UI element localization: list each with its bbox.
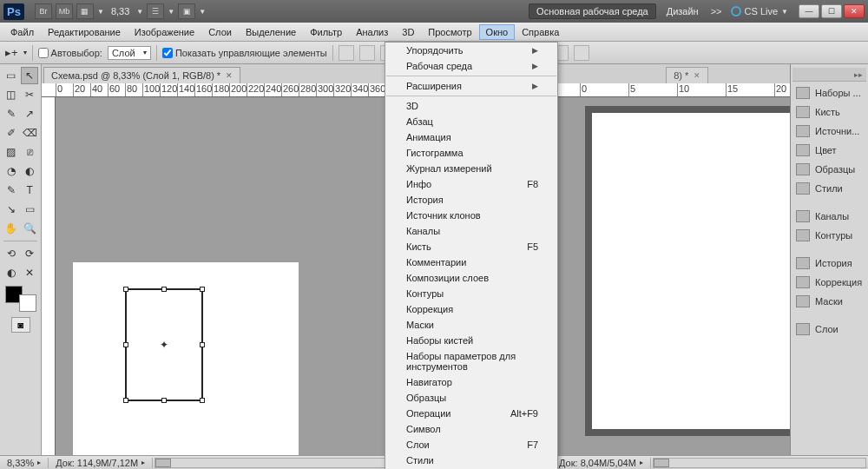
scrollbar-thumb[interactable]: [155, 459, 171, 467]
cs-live[interactable]: CS Live▼: [731, 6, 788, 17]
panel-item[interactable]: Контуры: [792, 226, 866, 245]
align-icon[interactable]: [359, 45, 375, 61]
menu-фильтр[interactable]: Фильтр: [303, 24, 349, 40]
color-swatch[interactable]: [5, 286, 36, 312]
menu-item[interactable]: Композиции слоев: [385, 270, 557, 286]
tool-button[interactable]: 🔍: [22, 220, 39, 237]
tool-button[interactable]: ↗: [22, 105, 39, 122]
chevron-down-icon[interactable]: ▼: [197, 8, 207, 16]
menu-item[interactable]: Комментарии: [385, 254, 557, 270]
show-controls-check[interactable]: Показать управляющие элементы: [162, 48, 327, 58]
menu-выделение[interactable]: Выделение: [239, 24, 303, 40]
panel-item[interactable]: Источни...: [792, 122, 866, 141]
menu-item[interactable]: История: [385, 192, 557, 208]
menu-item[interactable]: Стили: [385, 452, 557, 468]
tool-button[interactable]: ⟲: [3, 245, 20, 262]
menu-item[interactable]: СлоиF7: [385, 437, 557, 452]
tool-button[interactable]: ▨: [3, 143, 20, 161]
menu-item[interactable]: Каналы: [385, 223, 557, 239]
scrollbar-h[interactable]: [653, 458, 866, 468]
tool-button[interactable]: T: [22, 182, 39, 199]
tool-button[interactable]: ↘: [3, 201, 20, 218]
menu-item[interactable]: Контуры: [385, 286, 557, 301]
close-icon[interactable]: ✕: [694, 71, 700, 80]
chevron-down-icon[interactable]: ▼: [95, 8, 106, 16]
document-canvas-1[interactable]: ✦: [73, 262, 299, 455]
quickmask-button[interactable]: ◙: [11, 317, 30, 333]
workspace-main[interactable]: Основная рабочая среда: [529, 3, 656, 19]
panel-item[interactable]: Стили: [792, 179, 866, 198]
autoselect-check[interactable]: Автовыбор:: [38, 48, 102, 58]
panel-item[interactable]: Коррекция: [792, 273, 866, 292]
align-icon[interactable]: [339, 45, 354, 61]
tool-button[interactable]: ◫: [3, 86, 20, 103]
menu-item[interactable]: 3D: [385, 98, 557, 114]
menu-item[interactable]: Маски: [385, 317, 557, 333]
panel-collapse[interactable]: ▸▸: [792, 68, 866, 82]
toolbar-btn-grid[interactable]: ▦: [76, 3, 94, 19]
close-icon[interactable]: ✕: [226, 71, 233, 80]
menu-item[interactable]: Наборы кистей: [385, 333, 557, 348]
dist-icon[interactable]: [574, 45, 589, 61]
tool-button[interactable]: ◔: [3, 162, 20, 180]
menu-изображение[interactable]: Изображение: [128, 24, 201, 40]
panel-item[interactable]: История: [792, 254, 866, 273]
menu-item[interactable]: Журнал измерений: [385, 161, 557, 176]
menu-item[interactable]: Расширения▶: [385, 78, 557, 94]
panel-item[interactable]: Каналы: [792, 207, 866, 226]
workspace-design[interactable]: Дизайн: [660, 4, 706, 18]
toolbar-btn-br[interactable]: Br: [35, 3, 52, 19]
menu-item[interactable]: Гистограмма: [385, 145, 557, 161]
tool-button[interactable]: ◐: [22, 162, 39, 180]
menu-item[interactable]: Символ: [385, 421, 557, 437]
autoselect-dropdown[interactable]: Слой▾: [108, 46, 151, 60]
doc-tab[interactable]: 8) *✕: [666, 67, 708, 83]
tool-button[interactable]: ▭: [22, 201, 39, 218]
tool-button[interactable]: ↖: [21, 67, 38, 84]
zoom-value[interactable]: 8,33: [111, 6, 129, 17]
workspace-more[interactable]: >>: [711, 6, 722, 17]
menu-item[interactable]: Абзац: [385, 114, 557, 129]
menu-файл[interactable]: Файл: [3, 24, 41, 40]
menu-редактирование[interactable]: Редактирование: [41, 24, 128, 40]
menu-item[interactable]: КистьF5: [385, 239, 557, 254]
menu-item[interactable]: Упорядочить▶: [385, 43, 557, 58]
menu-item[interactable]: Коррекция: [385, 301, 557, 317]
tool-button[interactable]: ⟳: [22, 245, 39, 262]
menu-окно[interactable]: Окно: [479, 24, 516, 40]
menu-анализ[interactable]: Анализ: [349, 24, 395, 40]
doc-size[interactable]: Док: 8,04M/5,04M▸: [552, 458, 651, 468]
menu-item[interactable]: Рабочая среда▶: [385, 58, 557, 74]
panel-item[interactable]: Слои: [792, 320, 866, 339]
menu-item[interactable]: Анимация: [385, 129, 557, 145]
minimize-button[interactable]: —: [799, 4, 819, 18]
menu-item[interactable]: Навигатор: [385, 374, 557, 390]
zoom-level[interactable]: 8,33%▸: [0, 458, 49, 468]
menu-слои[interactable]: Слои: [201, 24, 239, 40]
tool-button[interactable]: ✕: [22, 264, 39, 281]
background-color[interactable]: [19, 294, 36, 312]
toolbar-btn-mb[interactable]: Mb: [56, 3, 73, 19]
doc-size[interactable]: Док: 114,9M/7,12M▸: [49, 458, 153, 468]
panel-item[interactable]: Образцы: [792, 160, 866, 179]
maximize-button[interactable]: ☐: [821, 4, 842, 18]
panel-item[interactable]: Маски: [792, 292, 866, 311]
scrollbar-thumb[interactable]: [654, 459, 669, 467]
tool-button[interactable]: ✎: [3, 182, 20, 199]
tool-button[interactable]: ✂: [22, 86, 39, 103]
menu-item[interactable]: ОперацииAlt+F9: [385, 406, 557, 421]
menu-просмотр[interactable]: Просмотр: [421, 24, 478, 40]
menu-item[interactable]: Источник клонов: [385, 208, 557, 223]
chevron-down-icon[interactable]: ▼: [135, 8, 145, 16]
tool-button[interactable]: ✋: [3, 220, 20, 237]
tool-button[interactable]: ⌫: [22, 124, 39, 142]
menu-item[interactable]: ИнфоF8: [385, 176, 557, 192]
chevron-down-icon[interactable]: ▼: [166, 8, 176, 16]
panel-item[interactable]: Наборы ...: [792, 83, 866, 102]
transform-selection[interactable]: ✦: [125, 288, 203, 401]
tool-button[interactable]: ⎚: [22, 143, 39, 161]
close-button[interactable]: ✕: [844, 4, 865, 18]
toolbar-btn-view[interactable]: ☰: [147, 3, 164, 19]
panel-item[interactable]: Кисть: [792, 102, 866, 122]
document-canvas-2[interactable]: [585, 106, 790, 436]
